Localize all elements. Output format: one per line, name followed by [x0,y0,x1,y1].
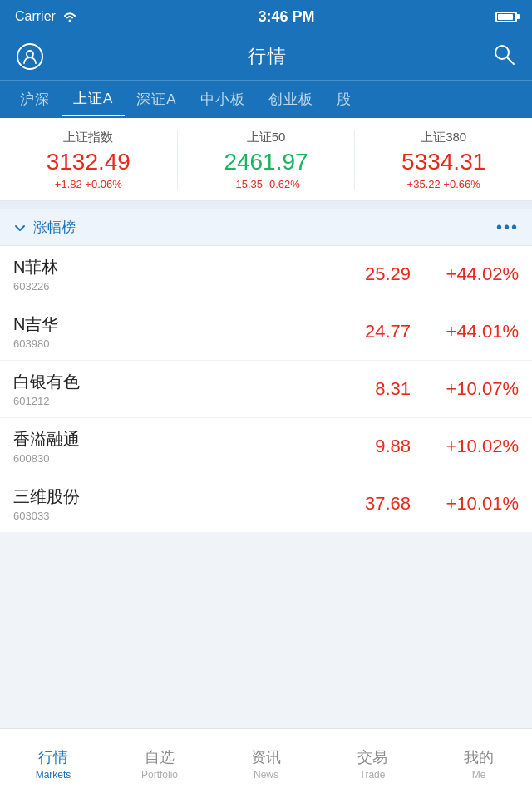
bottom-tab-portfolio-cn: 自选 [145,747,175,767]
bottom-tab-markets-cn: 行情 [38,747,68,767]
bottom-tab-news[interactable]: 资讯 News [213,729,319,798]
wifi-icon [62,11,77,22]
stock-code-2: 601212 [13,395,336,407]
stock-name-4: 三维股份 [13,485,336,508]
index-value-2: 5334.31 [362,149,525,175]
index-name-2: 上证380 [362,130,525,145]
rise-list-title-group: 涨幅榜 [13,218,76,237]
bottom-tab-trade-cn: 交易 [357,747,387,767]
bottom-tab-trade-en: Trade [360,769,386,781]
stock-name-3: 香溢融通 [13,428,336,451]
index-value-1: 2461.97 [185,149,348,175]
battery-indicator [495,12,517,22]
bottom-tab-trade[interactable]: 交易 Trade [319,729,426,798]
index-value-0: 3132.49 [7,149,170,175]
bottom-tab-portfolio-en: Portfolio [141,769,178,781]
index-name-1: 上证50 [185,130,348,145]
stock-code-1: 603980 [13,337,336,350]
stock-info-0: N菲林 603226 [13,256,336,293]
profile-button[interactable] [17,43,43,70]
rise-list-header: 涨幅榜 ••• [0,209,532,246]
stock-name-0: N菲林 [13,256,336,278]
stock-name-2: 白银有色 [13,371,336,393]
top-tab-bar: 沪深 上证A 深证A 中小板 创业板 股 [0,80,532,118]
tab-gu[interactable]: 股 [325,83,363,116]
stock-price-2: 8.31 [336,378,411,400]
svg-point-2 [495,46,509,59]
section-divider [0,201,532,209]
page-title: 行情 [248,44,288,69]
stock-price-0: 25.29 [336,264,411,285]
bottom-tab-me-cn: 我的 [464,747,494,767]
header: 行情 [0,33,532,80]
tab-hushen[interactable]: 沪深 [8,83,62,116]
index-change-0: +1.82 +0.06% [7,178,170,190]
status-bar: Carrier 3:46 PM [0,0,532,33]
market-index-section: 上证指数 3132.49 +1.82 +0.06% 上证50 2461.97 -… [0,118,532,201]
index-change-1: -15.35 -0.62% [185,178,348,190]
status-time: 3:46 PM [258,8,314,26]
tab-zhongxiaoban[interactable]: 中小板 [189,83,257,116]
stock-name-1: N吉华 [13,313,336,336]
status-left: Carrier [15,9,77,24]
more-options-button[interactable]: ••• [496,218,519,237]
carrier-label: Carrier [15,9,56,24]
profile-icon [22,49,37,64]
tab-shanghengA[interactable]: 上证A [62,82,125,116]
stock-price-1: 24.77 [336,321,411,342]
stock-change-0: +44.02% [427,264,519,285]
index-shangzheng[interactable]: 上证指数 3132.49 +1.82 +0.06% [0,130,177,190]
search-button[interactable] [492,42,515,71]
stock-code-4: 603033 [13,510,336,522]
stock-price-3: 9.88 [336,436,411,457]
rise-list-title: 涨幅榜 [33,218,76,237]
search-icon [492,42,515,66]
bottom-tab-markets-en: Markets [36,769,71,781]
bottom-tab-news-en: News [254,769,278,781]
stock-row-3[interactable]: 香溢融通 600830 9.88 +10.02% [0,418,532,475]
stock-change-4: +10.01% [427,493,519,515]
tab-shenzhenA[interactable]: 深证A [125,83,188,116]
stock-info-4: 三维股份 603033 [13,485,336,522]
stock-row-0[interactable]: N菲林 603226 25.29 +44.02% [0,246,532,303]
stock-change-3: +10.02% [427,436,519,457]
stock-row-1[interactable]: N吉华 603980 24.77 +44.01% [0,303,532,361]
bottom-tab-bar: 行情 Markets 自选 Portfolio 资讯 News 交易 Trade… [0,728,532,798]
index-shangzheng380[interactable]: 上证380 5334.31 +35.22 +0.66% [354,130,532,190]
bottom-tab-news-cn: 资讯 [251,747,281,767]
bottom-tab-me-en: Me [472,769,486,781]
chevron-down-icon [13,221,27,234]
stock-change-2: +10.07% [427,378,519,400]
stock-price-4: 37.68 [336,493,411,515]
stock-row-4[interactable]: 三维股份 603033 37.68 +10.01% [0,475,532,532]
bottom-tab-portfolio[interactable]: 自选 Portfolio [106,729,213,798]
svg-point-1 [27,51,33,57]
stock-info-1: N吉华 603980 [13,313,336,350]
stock-info-3: 香溢融通 600830 [13,428,336,465]
index-change-2: +35.22 +0.66% [362,178,525,190]
stock-code-3: 600830 [13,452,336,465]
svg-line-3 [508,57,515,64]
tab-chuangyeban[interactable]: 创业板 [257,83,325,116]
svg-point-0 [68,20,71,22]
bottom-tab-me[interactable]: 我的 Me [426,729,532,798]
bottom-tab-markets[interactable]: 行情 Markets [0,729,106,798]
stock-info-2: 白银有色 601212 [13,371,336,407]
index-name-0: 上证指数 [7,130,170,145]
stock-row-2[interactable]: 白银有色 601212 8.31 +10.07% [0,361,532,418]
stock-list: N菲林 603226 25.29 +44.02% N吉华 603980 24.7… [0,246,532,532]
stock-change-1: +44.01% [427,321,519,342]
stock-code-0: 603226 [13,280,336,293]
index-shangzheng50[interactable]: 上证50 2461.97 -15.35 -0.62% [177,130,355,190]
